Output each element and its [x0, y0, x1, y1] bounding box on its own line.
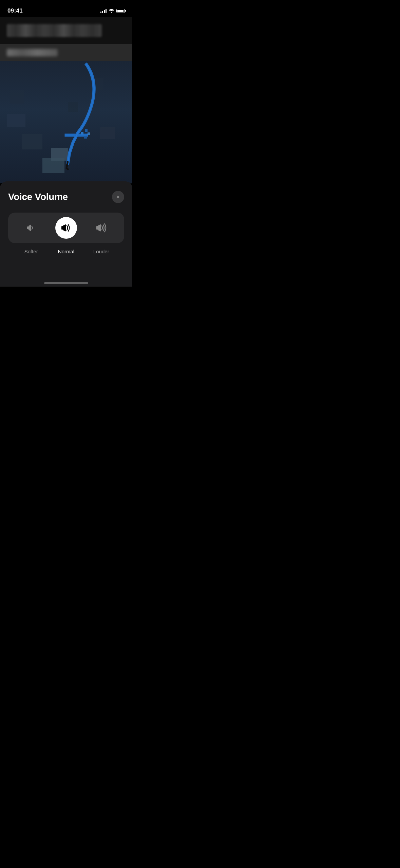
panel-header: Voice Volume ×	[8, 191, 124, 203]
wifi-icon	[109, 9, 114, 13]
speaker-louder-icon	[95, 222, 107, 233]
softer-label: Softer	[14, 249, 49, 254]
status-icons	[100, 9, 125, 13]
volume-option-softer[interactable]	[14, 217, 49, 239]
signal-bar-1	[100, 12, 101, 13]
svg-rect-3	[84, 136, 87, 139]
home-indicator	[44, 282, 88, 284]
louder-icon-wrapper	[90, 217, 112, 239]
volume-labels: Softer Normal Louder	[8, 249, 124, 254]
svg-rect-7	[61, 226, 63, 230]
status-bar: 09:41	[0, 0, 132, 17]
softer-icon-wrapper	[20, 217, 42, 239]
speaker-normal-icon	[60, 222, 72, 233]
svg-rect-5	[27, 227, 28, 229]
speaker-softer-icon	[26, 223, 37, 233]
normal-icon-wrapper	[55, 217, 77, 239]
signal-bar-3	[104, 10, 105, 13]
signal-bar-4	[106, 9, 107, 13]
game-scene	[0, 61, 132, 183]
sub-header	[0, 44, 132, 61]
signal-bar-2	[102, 11, 103, 13]
game-sword-element	[0, 61, 132, 183]
signal-strength-icon	[100, 9, 107, 13]
louder-label: Louder	[84, 249, 119, 254]
volume-option-normal[interactable]	[49, 217, 83, 239]
panel-title: Voice Volume	[8, 192, 68, 202]
battery-icon	[116, 9, 125, 13]
sub-header-blurred	[7, 49, 58, 56]
bottom-panel: Voice Volume ×	[0, 181, 132, 287]
close-icon: ×	[117, 195, 119, 199]
volume-selector	[8, 213, 124, 243]
normal-label: Normal	[49, 249, 83, 254]
app-header	[0, 17, 132, 44]
volume-option-louder[interactable]	[84, 217, 119, 239]
svg-marker-4	[28, 224, 31, 231]
svg-marker-6	[63, 224, 66, 232]
game-content	[0, 61, 132, 183]
svg-rect-1	[85, 129, 88, 132]
svg-rect-9	[96, 226, 98, 230]
svg-rect-0	[81, 132, 83, 134]
close-button[interactable]: ×	[112, 191, 124, 203]
svg-rect-2	[88, 132, 90, 135]
battery-fill	[117, 10, 123, 12]
status-time: 09:41	[7, 7, 23, 14]
app-title-blurred	[7, 24, 102, 37]
svg-marker-8	[98, 224, 101, 232]
